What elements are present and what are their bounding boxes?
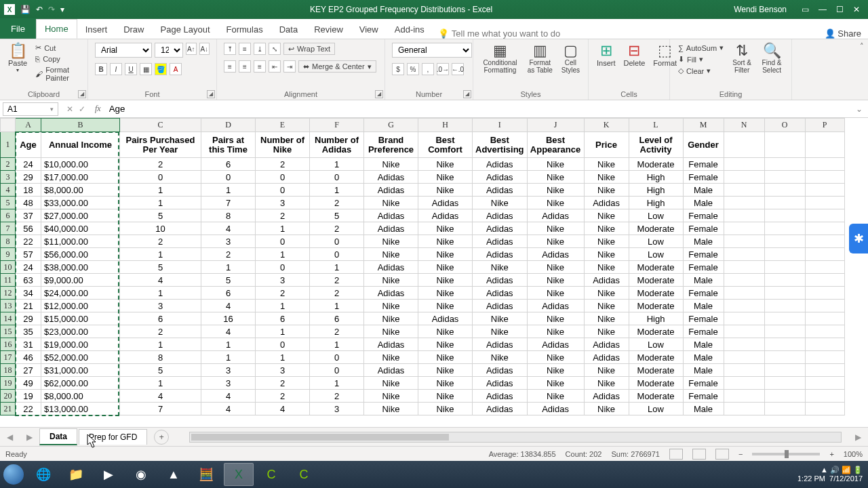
cell-B15[interactable]: $23,000.00 bbox=[41, 325, 120, 338]
maximize-icon[interactable]: ☐ bbox=[836, 5, 844, 14]
row-header-15[interactable]: 15 bbox=[1, 325, 16, 338]
cell-N19[interactable] bbox=[724, 377, 764, 390]
col-header-H[interactable]: H bbox=[418, 119, 473, 132]
cell-H17[interactable]: Nike bbox=[418, 351, 473, 364]
cell-A6[interactable]: 37 bbox=[16, 209, 41, 222]
cell-C12[interactable]: 1 bbox=[120, 287, 201, 300]
cell-B11[interactable]: $9,000.00 bbox=[41, 274, 120, 287]
cell-M8[interactable]: Male bbox=[683, 235, 724, 248]
row-header-20[interactable]: 20 bbox=[1, 390, 16, 403]
cell-L15[interactable]: Moderate bbox=[629, 325, 683, 338]
redo-icon[interactable]: ↷ bbox=[48, 5, 55, 14]
col-header-N[interactable]: N bbox=[724, 119, 764, 132]
border-button[interactable]: ▦ bbox=[140, 63, 152, 75]
cell-N3[interactable] bbox=[724, 171, 764, 184]
cell-O20[interactable] bbox=[764, 390, 805, 403]
cell-O9[interactable] bbox=[764, 248, 805, 261]
row-header-17[interactable]: 17 bbox=[1, 351, 16, 364]
zoom-level[interactable]: 100% bbox=[844, 450, 863, 458]
cell-N21[interactable] bbox=[724, 403, 764, 415]
fill-button[interactable]: ⬇ Fill ▾ bbox=[677, 54, 725, 64]
fx-icon[interactable]: fx bbox=[91, 104, 105, 114]
col-header-O[interactable]: O bbox=[764, 119, 805, 132]
cell-F20[interactable]: 2 bbox=[310, 390, 364, 403]
cell-K5[interactable]: Adidas bbox=[584, 197, 629, 209]
cell-M15[interactable]: Female bbox=[683, 325, 724, 338]
cell-P5[interactable] bbox=[805, 197, 844, 209]
font-color-button[interactable]: A bbox=[170, 63, 182, 75]
cell-B18[interactable]: $31,000.00 bbox=[41, 364, 120, 377]
cell-G19[interactable]: Nike bbox=[364, 377, 418, 390]
cell-P17[interactable] bbox=[805, 351, 844, 364]
cell-N4[interactable] bbox=[724, 184, 764, 197]
cell-L16[interactable]: Low bbox=[629, 338, 683, 351]
cell-E13[interactable]: 1 bbox=[256, 300, 310, 312]
row-header-12[interactable]: 12 bbox=[1, 287, 16, 300]
cell-D16[interactable]: 1 bbox=[201, 338, 256, 351]
row-header-9[interactable]: 9 bbox=[1, 248, 16, 261]
cell-H21[interactable]: Nike bbox=[418, 403, 473, 415]
percent-icon[interactable]: % bbox=[407, 63, 419, 75]
cell-F2[interactable]: 1 bbox=[310, 158, 364, 171]
zoom-out-icon[interactable]: − bbox=[738, 450, 743, 458]
cell-G2[interactable]: Nike bbox=[364, 158, 418, 171]
row-header-13[interactable]: 13 bbox=[1, 300, 16, 312]
cell-G3[interactable]: Adidas bbox=[364, 171, 418, 184]
cell-I8[interactable]: Adidas bbox=[473, 235, 528, 248]
sort-filter-button[interactable]: ⇅Sort & Filter bbox=[728, 41, 756, 75]
cell-B17[interactable]: $52,000.00 bbox=[41, 351, 120, 364]
cell-L10[interactable]: Moderate bbox=[629, 261, 683, 274]
cell-J5[interactable]: Nike bbox=[527, 197, 584, 209]
align-bottom-icon[interactable]: ⤓ bbox=[254, 43, 266, 55]
cell-F17[interactable]: 0 bbox=[310, 351, 364, 364]
cell-B14[interactable]: $15,000.00 bbox=[41, 312, 120, 325]
cell-G1[interactable]: Brand Preference bbox=[364, 132, 418, 158]
cell-I3[interactable]: Adidas bbox=[473, 171, 528, 184]
cell-O17[interactable] bbox=[764, 351, 805, 364]
increase-decimal-icon[interactable]: .0→ bbox=[437, 63, 449, 75]
cell-P9[interactable] bbox=[805, 248, 844, 261]
cell-A15[interactable]: 35 bbox=[16, 325, 41, 338]
cell-K14[interactable]: Nike bbox=[584, 312, 629, 325]
cell-H12[interactable]: Nike bbox=[418, 287, 473, 300]
cell-D3[interactable]: 0 bbox=[201, 171, 256, 184]
cell-E6[interactable]: 2 bbox=[256, 209, 310, 222]
cell-L5[interactable]: High bbox=[629, 197, 683, 209]
cell-J6[interactable]: Adidas bbox=[527, 209, 584, 222]
cell-A17[interactable]: 46 bbox=[16, 351, 41, 364]
cell-C20[interactable]: 4 bbox=[120, 390, 201, 403]
cell-A5[interactable]: 48 bbox=[16, 197, 41, 209]
find-select-button[interactable]: 🔍Find & Select bbox=[756, 41, 787, 75]
cell-J4[interactable]: Nike bbox=[527, 184, 584, 197]
view-layout-icon[interactable] bbox=[692, 449, 706, 460]
row-header-5[interactable]: 5 bbox=[1, 197, 16, 209]
cell-M1[interactable]: Gender bbox=[683, 132, 724, 158]
cell-M17[interactable]: Male bbox=[683, 351, 724, 364]
cell-styles-button[interactable]: ▢Cell Styles bbox=[557, 41, 584, 75]
cell-K21[interactable]: Nike bbox=[584, 403, 629, 415]
decrease-decimal-icon[interactable]: ←.0 bbox=[452, 63, 464, 75]
cell-M6[interactable]: Female bbox=[683, 209, 724, 222]
cell-F4[interactable]: 1 bbox=[310, 184, 364, 197]
cell-I9[interactable]: Adidas bbox=[473, 248, 528, 261]
cell-J15[interactable]: Nike bbox=[527, 325, 584, 338]
cell-D12[interactable]: 6 bbox=[201, 287, 256, 300]
cell-G16[interactable]: Adidas bbox=[364, 338, 418, 351]
cell-C6[interactable]: 5 bbox=[120, 209, 201, 222]
taskbar-calc-icon[interactable]: 🧮 bbox=[191, 463, 221, 486]
cell-K18[interactable]: Nike bbox=[584, 364, 629, 377]
cell-J3[interactable]: Nike bbox=[527, 171, 584, 184]
cell-D17[interactable]: 1 bbox=[201, 351, 256, 364]
cell-G4[interactable]: Adidas bbox=[364, 184, 418, 197]
cell-H15[interactable]: Nike bbox=[418, 325, 473, 338]
cell-L4[interactable]: High bbox=[629, 184, 683, 197]
cell-M3[interactable]: Female bbox=[683, 171, 724, 184]
cell-N17[interactable] bbox=[724, 351, 764, 364]
cell-P6[interactable] bbox=[805, 209, 844, 222]
cell-B19[interactable]: $62,000.00 bbox=[41, 377, 120, 390]
cell-N14[interactable] bbox=[724, 312, 764, 325]
align-top-icon[interactable]: ⤒ bbox=[224, 43, 236, 55]
cell-D5[interactable]: 7 bbox=[201, 197, 256, 209]
cell-I2[interactable]: Adidas bbox=[473, 158, 528, 171]
cell-G5[interactable]: Nike bbox=[364, 197, 418, 209]
